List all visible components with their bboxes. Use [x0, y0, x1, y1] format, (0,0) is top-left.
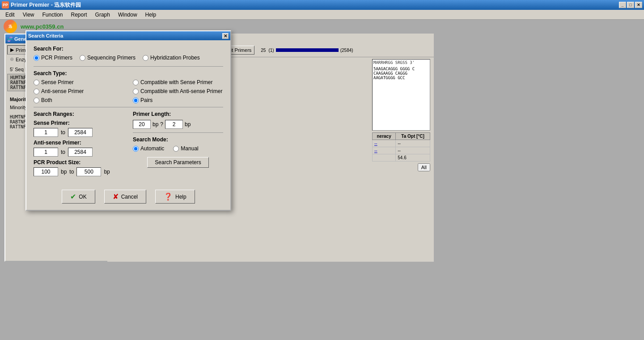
pcr-bp1-text: bp	[61, 169, 67, 175]
pcr-primers-label: PCR Primers	[41, 55, 72, 61]
pl-bp2-text: bp	[185, 121, 191, 128]
hybridization-probes-label: Hybridization Probes	[150, 55, 200, 61]
primer-length-input1[interactable]	[133, 120, 151, 129]
divider2	[34, 107, 223, 107]
radio-both[interactable]: Both	[34, 97, 124, 103]
sense-to-text: to	[61, 129, 65, 136]
help-icon: ❓	[164, 192, 173, 201]
radio-pairs-input[interactable]	[133, 98, 139, 103]
antisense-start-input[interactable]	[34, 148, 58, 157]
help-button[interactable]: ❓ Help	[155, 190, 195, 204]
radio-compat-antisense-input[interactable]	[133, 89, 139, 94]
radio-antisense-primer[interactable]: Anti-sense Primer	[34, 88, 124, 94]
radio-pcr-primers[interactable]: PCR Primers	[34, 55, 72, 61]
pcr-range-row: bp to bp	[34, 167, 124, 176]
bottom-area: Search Ranges: Sense Primer: to Anti-sen…	[34, 111, 223, 179]
divider1	[34, 66, 223, 67]
dialog-title-bar: Search Criteria ✕	[26, 31, 230, 40]
pcr-end-input[interactable]	[76, 167, 101, 176]
pcr-bp2-text: bp	[104, 169, 110, 175]
dialog-title-text: Search Criteria	[28, 33, 63, 38]
right-params-col: Primer Length: bp ? bp Search Mode: Auto	[133, 111, 223, 179]
radio-compat-sense-input[interactable]	[133, 80, 139, 85]
dialog-body: Search For: PCR Primers Sequencing Prime…	[26, 40, 230, 184]
dialog-close-button[interactable]: ✕	[222, 33, 229, 39]
antisense-end-input[interactable]	[68, 148, 93, 157]
search-ranges-col: Search Ranges: Sense Primer: to Anti-sen…	[34, 111, 124, 179]
search-ranges-label: Search Ranges:	[34, 111, 124, 117]
sense-start-input[interactable]	[34, 128, 58, 137]
ok-icon: ✔	[70, 192, 76, 201]
radio-manual-input[interactable]	[173, 146, 179, 152]
antisense-range-row: to	[34, 148, 124, 157]
primer-length-label: Primer Length:	[133, 111, 223, 117]
radio-sequencing-primers[interactable]: Sequencing Primers	[80, 55, 136, 61]
pcr-start-input[interactable]	[34, 167, 58, 176]
pl-bp1-text: bp	[153, 121, 158, 128]
radio-automatic-input[interactable]	[133, 146, 139, 152]
cancel-button[interactable]: ✘ Cancel	[104, 190, 146, 204]
radio-sense-input[interactable]	[34, 80, 39, 85]
radio-automatic[interactable]: Automatic	[133, 145, 164, 152]
primer-length-input2[interactable]	[165, 120, 183, 129]
radio-compat-sense[interactable]: Compatible with Sense Primer	[133, 79, 223, 85]
radio-compat-antisense[interactable]: Compatible with Anti-sense Primer	[133, 88, 223, 94]
pl-question-text: ?	[160, 121, 163, 128]
primer-length-row: bp ? bp	[133, 120, 223, 129]
sense-primer-label: Sense Primer:	[34, 120, 124, 126]
sequencing-primers-label: Sequencing Primers	[87, 55, 136, 61]
radio-seq-input[interactable]	[80, 55, 85, 61]
cancel-icon: ✘	[113, 192, 119, 201]
antisense-primer-label: Anti-sense Primer:	[34, 140, 124, 146]
radio-hybridization-probes[interactable]: Hybridization Probes	[143, 55, 200, 61]
search-mode-row: Automatic Manual	[133, 145, 223, 152]
dialog-overlay: Search Criteria ✕ Search For: PCR Primer…	[0, 0, 644, 340]
pcr-product-label: PCR Product Size:	[34, 159, 124, 166]
radio-manual[interactable]: Manual	[173, 145, 198, 152]
ok-button[interactable]: ✔ OK	[62, 190, 95, 204]
radio-pairs[interactable]: Pairs	[133, 97, 223, 103]
pcr-to-text: to	[69, 169, 74, 175]
radio-hyb-input[interactable]	[143, 55, 148, 61]
search-for-label: Search For:	[34, 46, 223, 52]
radio-sense-primer[interactable]: Sense Primer	[34, 79, 124, 85]
radio-both-input[interactable]	[34, 98, 39, 103]
search-type-right: Compatible with Sense Primer Compatible …	[133, 79, 223, 103]
antisense-to-text: to	[61, 149, 65, 155]
radio-antisense-input[interactable]	[34, 89, 39, 94]
search-type-area: Sense Primer Anti-sense Primer Both Comp…	[34, 79, 223, 103]
sense-end-input[interactable]	[68, 128, 93, 137]
search-parameters-button[interactable]: Search Parameters	[147, 157, 208, 168]
search-for-group: PCR Primers Sequencing Primers Hybridiza…	[34, 55, 223, 61]
dialog-footer: ✔ OK ✘ Cancel ❓ Help	[26, 184, 230, 210]
search-mode-label: Search Mode:	[133, 136, 223, 143]
search-type-label: Search Type:	[34, 70, 223, 76]
divider3	[133, 132, 223, 133]
sense-range-row: to	[34, 128, 124, 137]
radio-pcr-input[interactable]	[34, 55, 39, 61]
search-criteria-dialog: Search Criteria ✕ Search For: PCR Primer…	[25, 30, 231, 211]
search-type-left: Sense Primer Anti-sense Primer Both	[34, 79, 124, 103]
